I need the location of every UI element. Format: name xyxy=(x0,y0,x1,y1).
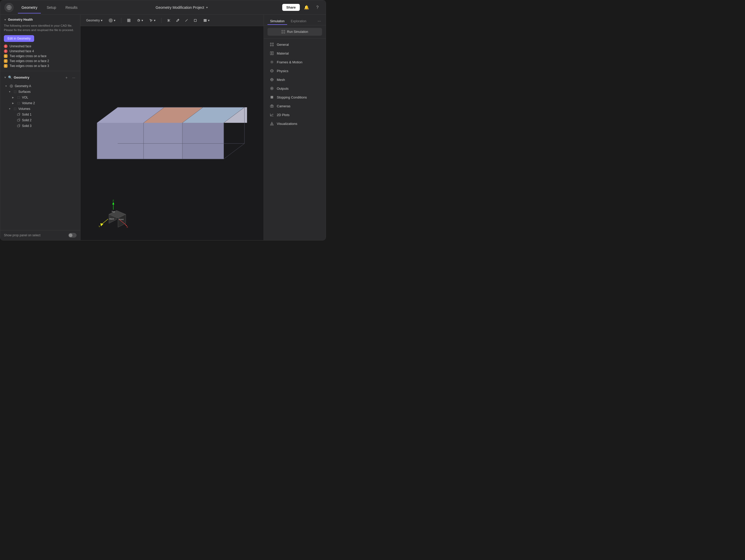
solid3-node-content[interactable]: ▶ Solid 3 xyxy=(11,123,76,129)
search-icon[interactable]: 🔍 xyxy=(8,75,12,79)
prop-panel-toggle-switch[interactable] xyxy=(68,233,76,238)
rect-button[interactable] xyxy=(191,17,199,24)
top-nav: Geometry Setup Results Geometry Modifica… xyxy=(0,0,326,15)
solid2-label: Solid 2 xyxy=(22,118,32,122)
menu-item-material[interactable]: Material xyxy=(265,49,324,58)
rotate-button[interactable]: ▾ xyxy=(135,17,145,24)
volume2-node-content[interactable]: ▶ ⬚ Volume 2 xyxy=(11,100,76,106)
app-container: Geometry Setup Results Geometry Modifica… xyxy=(0,0,326,240)
vol-label: VOL xyxy=(22,96,28,99)
right-panel-more-button[interactable]: ··· xyxy=(317,17,322,25)
tab-geometry[interactable]: Geometry xyxy=(18,4,41,11)
stopping-conditions-label: Stopping Conditions xyxy=(277,95,307,99)
material-icon xyxy=(269,51,274,56)
axis-indicator: Top Back Front Z Y X xyxy=(96,196,132,233)
viewport[interactable]: Top Back Front Z Y X xyxy=(80,26,264,240)
selection-button[interactable]: ▾ xyxy=(147,17,158,24)
solid2-node-content[interactable]: ▶ Solid 2 xyxy=(11,117,76,123)
menu-item-physics[interactable]: Physics xyxy=(265,66,324,75)
tab-exploration[interactable]: Exploration xyxy=(288,18,309,25)
solid3-label: Solid 3 xyxy=(22,124,32,128)
error-label-4: Two edges cross on a face 2 xyxy=(9,59,49,63)
tab-simulation[interactable]: Simulation xyxy=(267,18,287,25)
svg-rect-55 xyxy=(282,30,283,31)
toolbar-selection-group: ▾ xyxy=(147,17,158,24)
visualizations-icon xyxy=(269,121,274,126)
frames-motion-label: Frames & Motion xyxy=(277,60,302,64)
error-icon-yellow-3: ! xyxy=(4,64,7,68)
toolbar-view-group xyxy=(125,17,133,24)
svg-point-12 xyxy=(168,19,169,20)
svg-rect-19 xyxy=(203,20,206,21)
error-list: ! Unmeshed face ! Unmeshed face 4 ! Two … xyxy=(4,44,76,68)
selection-dropdown-arrow: ▾ xyxy=(154,19,156,22)
more-tools-button[interactable]: ▾ xyxy=(201,17,212,24)
menu-item-cameras[interactable]: Cameras xyxy=(265,102,324,110)
geometry-more-button[interactable]: ··· xyxy=(71,75,76,80)
solid1-node-content[interactable]: ▶ Solid 1 xyxy=(11,112,76,117)
pen-button[interactable] xyxy=(174,17,182,24)
material-label: Material xyxy=(277,51,289,55)
help-icon[interactable]: ? xyxy=(313,3,322,12)
tree-collapse-icon[interactable]: ▼ xyxy=(4,76,6,79)
svg-rect-57 xyxy=(282,32,283,33)
menu-item-general[interactable]: General xyxy=(265,40,324,49)
run-simulation-button[interactable]: Run Simulation xyxy=(267,28,322,36)
tab-results[interactable]: Results xyxy=(62,4,81,11)
svg-rect-60 xyxy=(272,43,273,44)
volume2-icon: ⬚ xyxy=(17,101,21,105)
svg-rect-59 xyxy=(270,43,271,44)
svg-rect-8 xyxy=(129,19,130,20)
edit-in-geometry-button[interactable]: Edit in Geometry xyxy=(4,35,34,42)
svg-rect-18 xyxy=(203,19,206,20)
surfaces-node-content[interactable]: ▼ ⬚ Surfaces xyxy=(7,89,76,95)
svg-point-13 xyxy=(168,21,169,22)
error-icon-yellow-2: ! xyxy=(4,59,7,63)
toggle-thumb xyxy=(69,234,72,237)
share-button[interactable]: Share xyxy=(282,4,300,11)
volumes-icon: ⬚ xyxy=(13,107,17,111)
menu-item-2d-plots[interactable]: 2D Plots xyxy=(265,110,324,119)
add-geometry-button[interactable]: + xyxy=(64,75,69,80)
mesh-icon xyxy=(269,77,274,82)
menu-item-outputs[interactable]: Outputs xyxy=(265,84,324,93)
svg-rect-61 xyxy=(270,45,271,46)
tree-node-geometry-a-content[interactable]: ▼ Geometry A xyxy=(4,83,76,89)
tab-setup[interactable]: Setup xyxy=(43,4,60,11)
solid1-icon xyxy=(17,112,21,116)
dot-selector-button[interactable]: ▾ xyxy=(106,17,118,24)
geometry-health-desc: The following errors were identified in … xyxy=(4,24,76,33)
menu-item-frames-motion[interactable]: Frames & Motion xyxy=(265,58,324,66)
health-collapse-icon[interactable]: ▼ xyxy=(4,19,6,21)
dot-dropdown-arrow: ▾ xyxy=(114,19,116,22)
scissors-button[interactable] xyxy=(165,17,173,24)
notifications-icon[interactable]: 🔔 xyxy=(302,3,311,12)
project-title-area: Geometry Modification Project ▾ xyxy=(81,5,282,9)
draw-button[interactable] xyxy=(183,17,190,24)
tree-header: ▼ 🔍 Geometry + ··· xyxy=(0,74,80,81)
error-label-1: Unmeshed face xyxy=(9,44,31,48)
geometry-dropdown-button[interactable]: Geometry ▾ xyxy=(84,17,104,24)
volumes-node-content[interactable]: ▼ ⬚ Volumes xyxy=(7,106,76,112)
app-logo[interactable] xyxy=(4,3,14,12)
viewport-toolbar: Geometry ▾ ▾ xyxy=(80,15,264,26)
3d-scene xyxy=(84,76,260,190)
svg-marker-28 xyxy=(97,123,143,159)
tree-node-geometry-a: ▼ Geometry A ▼ xyxy=(0,82,80,130)
menu-item-mesh[interactable]: Mesh xyxy=(265,75,324,84)
svg-rect-9 xyxy=(127,21,128,22)
svg-point-73 xyxy=(271,88,272,89)
menu-item-visualizations[interactable]: Visualizations xyxy=(265,119,324,128)
vol-node-content[interactable]: ▶ ⬚ VOL xyxy=(11,95,76,100)
svg-rect-17 xyxy=(194,19,196,22)
svg-rect-74 xyxy=(270,96,273,99)
svg-text:Back: Back xyxy=(109,218,114,220)
project-dropdown-icon[interactable]: ▾ xyxy=(206,6,208,9)
tree-header-icons: + ··· xyxy=(64,75,76,80)
svg-rect-4 xyxy=(17,114,20,115)
left-panel: ▼ Geometry Health The following errors w… xyxy=(0,15,80,240)
grid-view-button[interactable] xyxy=(125,17,133,24)
svg-rect-20 xyxy=(203,21,206,22)
geometry-health-section: ▼ Geometry Health The following errors w… xyxy=(0,15,80,71)
menu-item-stopping-conditions[interactable]: Stopping Conditions xyxy=(265,93,324,102)
